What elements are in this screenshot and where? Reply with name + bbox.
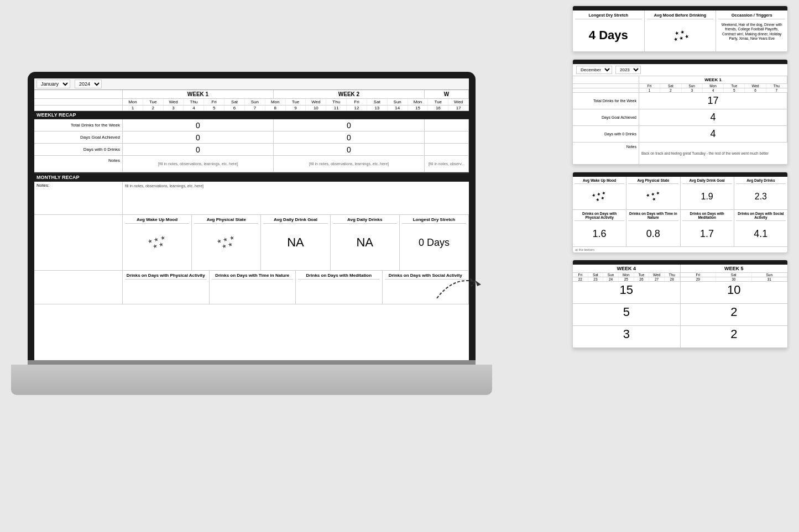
p4-w4-goal: 5 [573, 304, 680, 320]
p2-fri: Fri [639, 84, 660, 88]
p1-mood-value: ★ ★★ ★ ★ [647, 22, 714, 49]
date-7: 7 [245, 106, 265, 110]
p1-dry-value: 4 Days [575, 22, 642, 49]
notes-w1[interactable]: [fill in notes, observations, learnings,… [123, 156, 274, 172]
notes-w3[interactable]: [fill in notes, observ... [425, 156, 469, 172]
p3-meditation-value: 1.7 [682, 223, 732, 245]
dry-stretch-value: 0 Days [402, 226, 466, 259]
panel-weekly-dec: December 2023 WEEK 1 Fri Sat Sun Mon Tue… [572, 59, 788, 165]
p2-month-select[interactable]: December [576, 66, 612, 74]
p2-date-5: 5 [724, 88, 745, 92]
laptop-screen: January 2024 WEEK 1 WEEK 2 W Mon [28, 72, 476, 365]
week1-header: WEEK 1 [123, 90, 274, 98]
p4-d25: 25 [619, 277, 634, 281]
date-17: 17 [448, 106, 469, 110]
p4-w5-sat: Sat [716, 273, 752, 277]
day-mon2: Mon [265, 99, 286, 105]
bottom-cards-row: Drinks on Days with Physical Activity Dr… [34, 271, 469, 304]
right-panels: Longest Dry Stretch 4 Days Avg Mood Befo… [572, 6, 788, 349]
p3-drink-goal-value: 1.9 [682, 186, 732, 208]
bottom-card-physical: Drinks on Days with Physical Activity [123, 271, 210, 304]
p2-date-6: 6 [745, 88, 766, 92]
stat-card-daily-drinks: Avg Daily Drinks NA [331, 215, 400, 270]
date-11: 11 [326, 106, 347, 110]
laptop: January 2024 WEEK 1 WEEK 2 W Mon [11, 72, 492, 414]
days-zero-w3 [425, 144, 469, 155]
day-sun1: Sun [245, 99, 265, 105]
date-2: 2 [143, 106, 164, 110]
notes-w2[interactable]: [fill in notes, observations, learnings,… [274, 156, 425, 172]
p3-nature: Drinks on Days with Time in Nature 0.8 [626, 210, 680, 246]
date-1: 1 [123, 106, 143, 110]
p3-social-value: 4.1 [736, 223, 786, 245]
p3-physical-value: ★ ★ ★★ [628, 186, 678, 208]
daily-drinks-title: Avg Daily Drinks [333, 217, 397, 224]
p4-w4-days: Fri Sat Sun Mon Tue Wed Thu [573, 273, 680, 277]
panel-monthly-stats: Avg Wake Up Mood ★ ★ ★★ ★ Avg Physical S… [572, 172, 788, 253]
p4-d29: 29 [681, 277, 717, 281]
p2-year-select[interactable]: 2023 [615, 66, 641, 74]
stat-cards-area: Avg Wake Up Mood ★ ★ ★★ ★ Avg Physical S… [123, 215, 469, 270]
mood-stars: ★ ★ ★★ ★ [144, 224, 170, 261]
year-select[interactable]: 2024 [75, 80, 102, 88]
p1-triggers: Occassion / Triggers Weekend, Hair of th… [716, 10, 787, 51]
day-sat2: Sat [367, 99, 388, 105]
stat-cards-row: Avg Wake Up Mood ★ ★ ★★ ★ Avg Physical S… [34, 215, 469, 271]
date-8: 8 [265, 106, 286, 110]
p4-week4: WEEK 4 Fri Sat Sun Mon Tue Wed Thu 22 23… [573, 265, 681, 348]
p1-mood-stars: ★ ★★ ★ ★ [669, 20, 692, 51]
p4-w4-mon: Mon [619, 273, 634, 277]
p4-w4-fri: Fri [573, 273, 588, 277]
bc-meditation-title: Drinks on Days with Meditation [298, 273, 380, 280]
total-drinks-label: Total Drinks for the Week [34, 119, 123, 131]
p4-w4-tue: Tue [634, 273, 650, 277]
monthly-notes-content[interactable]: fill in notes, observations, learnings, … [123, 182, 206, 214]
p4-d30: 30 [716, 277, 752, 281]
p3-mood: Avg Wake Up Mood ★ ★ ★★ ★ [573, 177, 626, 209]
p2-zero-value: 4 [639, 126, 787, 142]
p3-mood-stars: ★ ★ ★★ ★ [590, 184, 609, 209]
bc-social-value [385, 282, 467, 301]
days-zero-w2: 0 [274, 144, 425, 155]
days-zero-label: Days with 0 Drinks [34, 144, 123, 155]
bottom-card-meditation: Drinks on Days with Meditation [296, 271, 383, 304]
physical-title: Avg Physical State [194, 217, 258, 224]
laptop-base [11, 365, 492, 395]
drink-goal-value: NA [263, 226, 327, 259]
mood-value: ★ ★ ★★ ★ [125, 226, 189, 259]
p4-d28: 28 [665, 277, 680, 281]
p2-days-row: Fri Sat Sun Mon Tue Wed Thu [573, 84, 787, 88]
p2-header [573, 60, 787, 64]
monthly-recap-label: MONTHLY RECAP [34, 172, 469, 182]
bc-nature-value [212, 282, 294, 301]
p3-daily-drinks-value: 2.3 [736, 186, 786, 208]
days-goal-row: Days Goal Achieved 0 0 [34, 131, 469, 144]
date-5: 5 [204, 106, 224, 110]
notes-row: Notes [fill in notes, observations, lear… [34, 156, 469, 172]
p4-w5-fri: Fri [681, 273, 717, 277]
stat-card-physical: Avg Physical State ★ ★ ★★ ★ [192, 215, 261, 270]
p4-w5-goal-row: 2 [681, 304, 788, 326]
month-select[interactable]: January [36, 80, 70, 88]
total-drinks-w1: 0 [123, 119, 274, 131]
p2-notes-label: Notes [573, 143, 639, 164]
p3-stats-row: Avg Wake Up Mood ★ ★ ★★ ★ Avg Physical S… [573, 177, 787, 210]
p4-w4-wed: Wed [649, 273, 665, 277]
p2-goal-value: 4 [639, 109, 787, 125]
p4-w4-zero: 3 [573, 326, 680, 343]
weeks-header: WEEK 1 WEEK 2 W [34, 90, 469, 99]
p3-physical: Avg Physical State ★ ★ ★★ [626, 177, 680, 209]
p4-w4-zero-row: 3 [573, 326, 680, 348]
total-drinks-row: Total Drinks for the Week 0 0 [34, 119, 469, 131]
p1-mood-title: Avg Mood Before Drinking [647, 13, 714, 19]
p2-zero-row: Days with 0 Drinks 4 [573, 126, 787, 143]
p2-tue: Tue [724, 84, 745, 88]
days-goal-label: Days Goal Achieved [34, 131, 123, 143]
bc-physical-value [125, 282, 207, 301]
p2-sun: Sun [682, 84, 703, 88]
p2-thu: Thu [766, 84, 787, 88]
p2-goal-row: Days Goal Achieved 4 [573, 109, 787, 126]
p2-zero-label: Days with 0 Drinks [573, 126, 639, 142]
p4-w5-zero-row: 2 [681, 326, 788, 348]
p1-header [573, 6, 787, 10]
